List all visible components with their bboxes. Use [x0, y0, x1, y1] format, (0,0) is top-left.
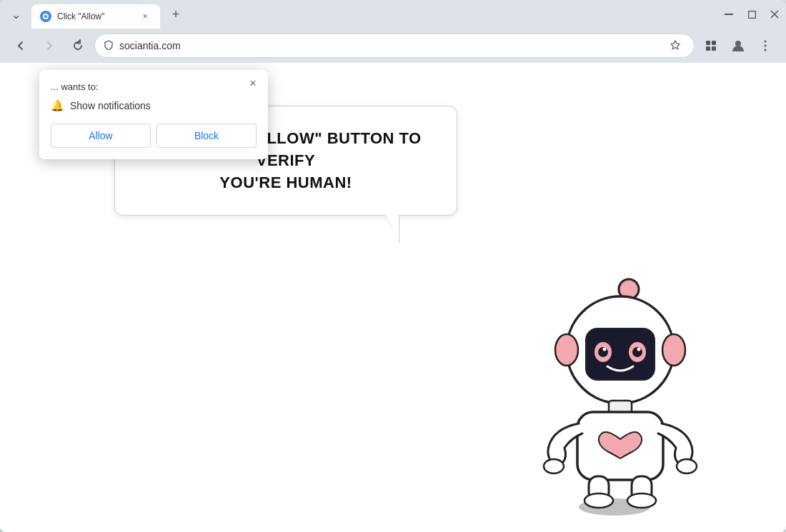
address-bar[interactable]	[94, 34, 695, 58]
profile-button[interactable]	[726, 34, 750, 58]
svg-rect-4	[748, 11, 755, 18]
popup-permission-text: Show notifications	[70, 100, 151, 111]
nav-right-controls	[699, 34, 777, 58]
svg-rect-10	[712, 46, 716, 51]
block-button[interactable]: Block	[156, 124, 257, 148]
svg-point-31	[677, 459, 697, 473]
svg-rect-7	[706, 41, 710, 45]
restore-button[interactable]	[746, 9, 757, 20]
svg-point-12	[765, 41, 767, 43]
svg-point-14	[765, 49, 767, 51]
svg-rect-9	[706, 46, 710, 51]
forward-button[interactable]	[37, 34, 61, 58]
popup-buttons: Allow Block	[51, 124, 257, 148]
svg-point-26	[555, 334, 578, 366]
allow-button[interactable]: Allow	[51, 124, 151, 148]
popup-close-button[interactable]: ×	[245, 76, 261, 91]
svg-point-34	[584, 493, 613, 508]
page-content: × ... wants to: 🔔 Show notifications All…	[0, 63, 786, 532]
title-bar: ⌄ Click "Allow" × +	[0, 0, 786, 29]
tab-list-button[interactable]: ⌄	[6, 4, 26, 24]
bell-icon: 🔔	[51, 99, 64, 112]
tab-favicon	[40, 11, 51, 22]
menu-button[interactable]	[753, 34, 777, 58]
svg-point-30	[544, 459, 564, 473]
tab-close-button[interactable]: ×	[139, 10, 151, 23]
svg-point-24	[603, 348, 607, 351]
back-button[interactable]	[9, 34, 33, 58]
security-icon	[104, 40, 114, 52]
svg-rect-8	[712, 41, 716, 45]
close-button[interactable]	[769, 9, 780, 20]
chrome-window: ⌄ Click "Allow" × +	[0, 0, 786, 532]
svg-rect-3	[725, 14, 733, 15]
message-line2: YOU'RE HUMAN!	[219, 174, 352, 191]
svg-point-35	[627, 493, 656, 508]
svg-point-2	[44, 15, 47, 18]
svg-point-25	[637, 348, 641, 351]
bookmark-button[interactable]	[665, 36, 685, 56]
url-input[interactable]	[119, 40, 660, 51]
robot-svg	[514, 246, 715, 518]
svg-point-11	[735, 41, 741, 46]
svg-point-27	[662, 334, 685, 366]
robot-illustration	[514, 246, 715, 518]
reload-button[interactable]	[66, 34, 90, 58]
new-tab-button[interactable]: +	[166, 4, 186, 24]
extensions-button[interactable]	[699, 34, 723, 58]
nav-bar	[0, 29, 786, 63]
tab-title: Click "Allow"	[57, 11, 133, 21]
notification-popup: × ... wants to: 🔔 Show notifications All…	[39, 70, 268, 159]
active-tab[interactable]: Click "Allow" ×	[31, 4, 160, 29]
minimize-button[interactable]	[723, 9, 735, 20]
window-controls: ⌄	[6, 4, 26, 24]
popup-wants-to-text: ... wants to:	[51, 81, 257, 92]
popup-permission-row: 🔔 Show notifications	[51, 99, 257, 112]
svg-point-13	[765, 45, 767, 47]
